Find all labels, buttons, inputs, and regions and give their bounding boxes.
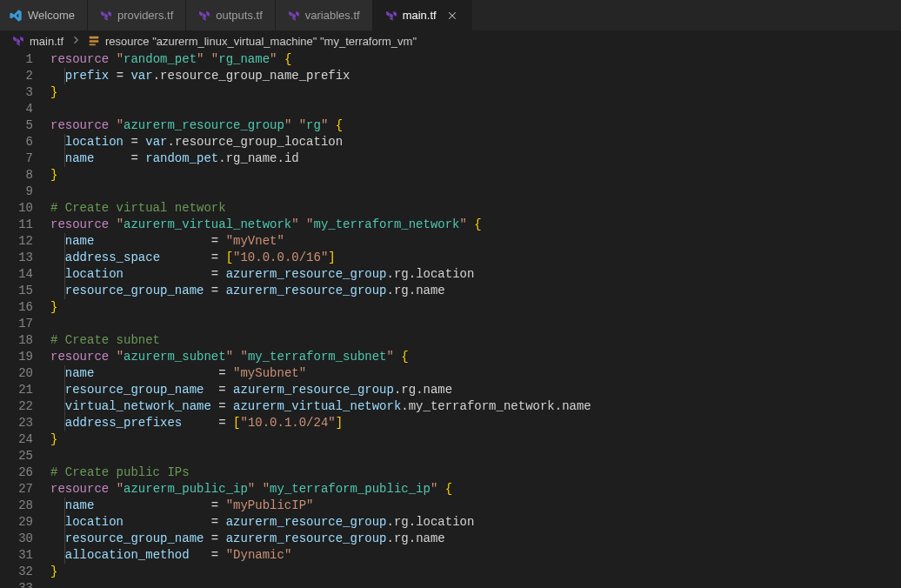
line-number: 6 <box>0 134 33 150</box>
indent-guide <box>64 68 65 84</box>
indent-guide <box>64 365 65 431</box>
terraform-icon <box>12 35 24 47</box>
terraform-icon <box>288 10 300 22</box>
line-number: 26 <box>0 464 33 481</box>
line-number: 29 <box>0 514 33 531</box>
line-number: 24 <box>0 431 33 448</box>
line-number: 25 <box>0 448 33 464</box>
line-number: 13 <box>0 250 33 266</box>
code-line[interactable]: name = "myPublicIP" <box>50 498 901 514</box>
code-line[interactable]: resource "azurerm_virtual_network" "my_t… <box>50 217 901 233</box>
line-number: 18 <box>0 332 33 349</box>
code-line[interactable]: resource_group_name = azurerm_resource_g… <box>50 382 901 398</box>
chevron-right-icon <box>69 35 83 48</box>
code-line[interactable] <box>50 316 901 332</box>
line-number: 12 <box>0 233 33 250</box>
tab-label: outputs.tf <box>216 9 262 22</box>
tab-label: providers.tf <box>117 9 173 22</box>
code-line[interactable]: location = azurerm_resource_group.rg.loc… <box>50 514 901 531</box>
code-line[interactable]: resource_group_name = azurerm_resource_g… <box>50 283 901 299</box>
code-line[interactable]: } <box>50 167 901 184</box>
terraform-icon <box>385 10 397 22</box>
tab-welcome[interactable]: Welcome <box>0 0 88 30</box>
code-line[interactable]: virtual_network_name = azurerm_virtual_n… <box>50 398 901 415</box>
code-line[interactable]: } <box>50 299 901 316</box>
code-line[interactable]: name = "myVnet" <box>50 233 901 250</box>
line-number: 28 <box>0 498 33 514</box>
line-number: 15 <box>0 283 33 299</box>
code-line[interactable]: location = azurerm_resource_group.rg.loc… <box>50 266 901 283</box>
code-area[interactable]: resource "random_pet" "rg_name" { prefix… <box>50 51 901 588</box>
line-number: 30 <box>0 531 33 547</box>
line-number: 27 <box>0 481 33 498</box>
tab-bar: Welcome providers.tf outputs.tf variable… <box>0 0 901 30</box>
code-line[interactable]: # Create public IPs <box>50 464 901 481</box>
line-number: 23 <box>0 415 33 431</box>
line-number: 14 <box>0 266 33 283</box>
code-line[interactable]: allocation_method = "Dynamic" <box>50 547 901 564</box>
code-line[interactable]: address_prefixes = ["10.0.1.0/24"] <box>50 415 901 431</box>
code-line[interactable]: resource "random_pet" "rg_name" { <box>50 51 901 68</box>
symbol-icon <box>88 35 100 47</box>
tab-variables[interactable]: variables.tf <box>276 0 373 30</box>
line-number: 7 <box>0 150 33 167</box>
line-number: 31 <box>0 547 33 564</box>
terraform-icon <box>100 10 112 22</box>
vscode-icon <box>9 9 23 23</box>
code-line[interactable]: resource "azurerm_subnet" "my_terraform_… <box>50 349 901 365</box>
code-line[interactable]: } <box>50 564 901 580</box>
close-icon[interactable] <box>445 9 459 23</box>
line-number: 17 <box>0 316 33 332</box>
line-number: 1 <box>0 51 33 68</box>
line-number: 2 <box>0 68 33 84</box>
breadcrumb-symbol: resource "azurerm_linux_virtual_machine"… <box>105 35 417 48</box>
code-line[interactable]: resource "azurerm_public_ip" "my_terrafo… <box>50 481 901 498</box>
code-line[interactable]: resource_group_name = azurerm_resource_g… <box>50 531 901 547</box>
tab-main[interactable]: main.tf <box>373 0 472 30</box>
code-line[interactable] <box>50 448 901 464</box>
line-number: 8 <box>0 167 33 184</box>
code-line[interactable]: # Create subnet <box>50 332 901 349</box>
breadcrumb[interactable]: main.tf resource "azurerm_linux_virtual_… <box>0 30 901 51</box>
code-line[interactable] <box>50 184 901 200</box>
line-number: 10 <box>0 200 33 217</box>
code-line[interactable]: address_space = ["10.0.0.0/16"] <box>50 250 901 266</box>
line-number: 32 <box>0 564 33 580</box>
editor[interactable]: 1234567891011121314151617181920212223242… <box>0 51 901 588</box>
code-line[interactable]: location = var.resource_group_location <box>50 134 901 150</box>
code-line[interactable]: name = "mySubnet" <box>50 365 901 382</box>
tab-outputs[interactable]: outputs.tf <box>186 0 275 30</box>
breadcrumb-file: main.tf <box>30 35 63 48</box>
tab-label: variables.tf <box>305 9 360 22</box>
line-number: 11 <box>0 217 33 233</box>
line-number: 3 <box>0 84 33 101</box>
line-number: 20 <box>0 365 33 382</box>
code-line[interactable]: name = random_pet.rg_name.id <box>50 150 901 167</box>
line-number-gutter: 1234567891011121314151617181920212223242… <box>0 51 50 588</box>
code-line[interactable]: prefix = var.resource_group_name_prefix <box>50 68 901 84</box>
tab-providers[interactable]: providers.tf <box>88 0 186 30</box>
code-line[interactable]: # Create virtual network <box>50 200 901 217</box>
tab-label: Welcome <box>28 9 75 22</box>
line-number: 19 <box>0 349 33 365</box>
line-number: 5 <box>0 117 33 134</box>
code-line[interactable] <box>50 580 901 588</box>
indent-guide <box>64 134 65 167</box>
indent-guide <box>64 233 65 299</box>
line-number: 33 <box>0 580 33 588</box>
terraform-icon <box>198 10 210 22</box>
line-number: 16 <box>0 299 33 316</box>
code-line[interactable]: resource "azurerm_resource_group" "rg" { <box>50 117 901 134</box>
code-line[interactable]: } <box>50 431 901 448</box>
indent-guide <box>64 498 65 564</box>
line-number: 4 <box>0 101 33 117</box>
line-number: 21 <box>0 382 33 398</box>
code-line[interactable] <box>50 101 901 117</box>
line-number: 9 <box>0 184 33 200</box>
line-number: 22 <box>0 398 33 415</box>
tab-label: main.tf <box>403 9 437 22</box>
code-line[interactable]: } <box>50 84 901 101</box>
